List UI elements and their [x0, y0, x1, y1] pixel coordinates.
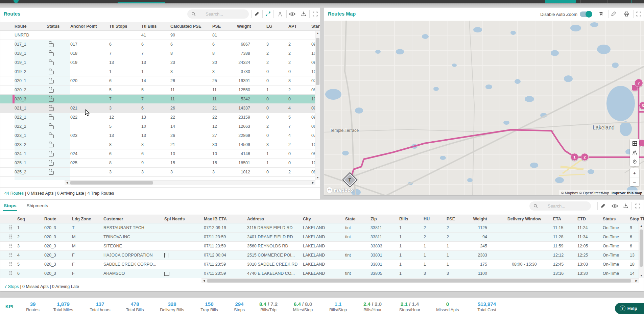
scroll-right-icon[interactable]: ▶: [310, 180, 315, 185]
column-header[interactable]: Spl Needs: [164, 217, 204, 221]
column-header[interactable]: ETD: [577, 217, 603, 221]
edit-routes-button[interactable]: [253, 10, 261, 18]
stop-row[interactable]: 6 020_3 F ARAMSCO 07/11 23:59 4740 E LAK…: [0, 269, 644, 278]
edit-stops-button[interactable]: [599, 202, 607, 210]
scrollbar-thumb[interactable]: [640, 229, 643, 267]
column-header[interactable]: Bills: [399, 217, 424, 221]
drag-handle[interactable]: [9, 262, 17, 267]
stop-marker-1[interactable]: 1: [571, 153, 578, 161]
expand-stops-button[interactable]: [634, 202, 641, 210]
route-row[interactable]: 018_1 018 7 7 8 8 7388 2 2 10:: [0, 49, 320, 58]
route-row[interactable]: 025_1 025 8 9 15 15 18501 1 0 10:: [0, 159, 320, 168]
drag-handle[interactable]: [9, 234, 17, 240]
disable-auto-zoom-toggle[interactable]: [580, 11, 591, 17]
stop-row[interactable]: 5 020_3 F SADDLE CREEK CORPO... 07/11 23…: [0, 260, 644, 269]
routes-search-input[interactable]: [205, 11, 243, 17]
column-header[interactable]: Start T: [311, 24, 320, 29]
print-map-button[interactable]: [623, 10, 630, 18]
scroll-down-icon[interactable]: ▼: [639, 273, 644, 278]
expand-map-button[interactable]: [635, 10, 642, 18]
route-row[interactable]: 024_1 024 6 6 10 10 4146 1 0 08:: [0, 149, 320, 159]
route-row[interactable]: 017_1 017 6 6 6 6 6867 3 2 09:: [0, 40, 320, 49]
column-header[interactable]: LG: [266, 24, 288, 29]
column-header[interactable]: APT: [288, 24, 311, 29]
routes-vertical-scrollbar[interactable]: ▲ ▼: [315, 31, 320, 180]
stop-marker-2[interactable]: 2: [581, 153, 589, 161]
route-row[interactable]: 021_1 021 3 6 26 21 14337 0 4 09:: [0, 104, 320, 113]
tab[interactable]: Shipments: [26, 202, 49, 211]
route-row[interactable]: 020_3 7 7 11 11 5342 0 0 10:: [0, 95, 320, 104]
routes-horizontal-scrollbar[interactable]: ◀ ▶: [65, 180, 315, 185]
scroll-left-icon[interactable]: ◀: [65, 180, 70, 185]
column-header[interactable]: Ldg Zone: [72, 217, 103, 221]
route-row[interactable]: 019_1 019 13 13 23 30 24324 2 2 09:: [0, 58, 320, 67]
help-button[interactable]: ? Help: [615, 303, 644, 314]
zoom-in-button[interactable]: +: [630, 168, 639, 177]
locate-button[interactable]: [630, 157, 639, 166]
route-row[interactable]: 019_2 1 1 3 3 3730 0 0 10:: [0, 67, 320, 76]
app-logo[interactable]: [14, 0, 19, 3]
stops-vertical-scrollbar[interactable]: ▲ ▼: [639, 223, 644, 278]
column-header[interactable]: PSE: [212, 24, 237, 29]
route-row[interactable]: 022_1 022 12 13 22 22 23159 0 5 09:: [0, 113, 320, 122]
column-header[interactable]: Weight: [470, 217, 506, 221]
drag-handle[interactable]: [9, 225, 17, 231]
navbar-icon-button[interactable]: [631, 0, 638, 3]
zoom-out-button[interactable]: −: [630, 177, 639, 186]
route-row[interactable]: 023_2 8 8 21 30 14509 3 2 10:: [0, 140, 320, 149]
routes-search[interactable]: [187, 9, 249, 19]
map-canvas[interactable]: Temple Terrace Lakeland T 1 2 7 5: [324, 21, 644, 195]
stop-row[interactable]: 1 020_3 T RESTAURANT TECH 07/12 09:19 31…: [0, 223, 644, 233]
navbar-action-button[interactable]: [545, 0, 576, 3]
column-header[interactable]: Weight: [237, 24, 266, 29]
stop-row[interactable]: 4 020_3 F HAJOCA CORPORATION 07/12 00:04…: [0, 251, 644, 260]
edit-map-button[interactable]: [610, 10, 617, 18]
improve-map-link[interactable]: Improve this map: [612, 191, 642, 195]
stop-marker-7[interactable]: 7: [635, 79, 643, 87]
column-header[interactable]: State: [345, 217, 371, 221]
traffic-button[interactable]: [630, 148, 639, 157]
column-header[interactable]: Calculated PSE: [170, 24, 212, 29]
route-row[interactable]: 022_2 5 10 14 12 12663 2 7 06:: [0, 122, 320, 131]
column-header[interactable]: PSE: [447, 217, 470, 221]
download-stops-button[interactable]: [622, 202, 629, 210]
stops-search[interactable]: [529, 201, 591, 211]
stop-row[interactable]: 2 020_3 M TRINOVA INC 07/11 23:59 2401 D…: [0, 233, 644, 242]
stops-search-input[interactable]: [547, 203, 586, 209]
column-header[interactable]: ETA: [553, 217, 577, 221]
drag-handle[interactable]: [9, 252, 17, 258]
visibility-stops-button[interactable]: [611, 202, 618, 210]
column-header[interactable]: Address: [247, 217, 303, 221]
expand-routes-button[interactable]: [311, 10, 319, 18]
column-header[interactable]: Max IB ETA: [204, 217, 247, 221]
drag-handle[interactable]: [9, 243, 17, 249]
scroll-down-icon[interactable]: ▼: [315, 175, 320, 180]
column-header[interactable]: City: [303, 217, 345, 221]
column-header[interactable]: Ttl Bills: [141, 24, 170, 29]
column-header[interactable]: Route: [15, 24, 47, 29]
download-routes-button[interactable]: [300, 10, 307, 18]
column-header[interactable]: Zip: [371, 217, 399, 221]
drag-handle[interactable]: [9, 271, 17, 276]
reroute-button[interactable]: [264, 10, 272, 18]
scroll-up-icon[interactable]: ▲: [315, 31, 320, 36]
scroll-up-icon[interactable]: ▲: [639, 223, 644, 228]
column-header[interactable]: Status: [603, 217, 630, 221]
stop-row[interactable]: 3 020_3 M SITEONE 07/11 23:59 3560 REYNO…: [0, 242, 644, 251]
column-header[interactable]: Status: [47, 24, 70, 29]
column-header[interactable]: Seq: [17, 217, 44, 221]
route-row[interactable]: 020_1 020 6 14 26 25 19391 0 8 07:: [0, 76, 320, 86]
merge-routes-button[interactable]: [276, 10, 284, 18]
column-header[interactable]: Customer: [103, 217, 164, 221]
route-row[interactable]: UNRTD 41 90 81: [0, 31, 320, 40]
column-header[interactable]: Ttl Stops: [109, 24, 141, 29]
column-header[interactable]: Stop Time: [630, 217, 644, 221]
route-row[interactable]: 023_1 023 13 13 26 27 22869 0 4 07:: [0, 131, 320, 140]
delete-route-button[interactable]: [597, 10, 605, 18]
scrollbar-thumb[interactable]: [316, 38, 319, 85]
visibility-button[interactable]: [288, 10, 296, 18]
scrollbar-thumb[interactable]: [70, 181, 153, 185]
route-row[interactable]: 020_2 5 5 11 11 12550 1 2 08:: [0, 86, 320, 95]
map-style-button[interactable]: [630, 139, 639, 148]
column-header[interactable]: Route: [44, 217, 72, 221]
